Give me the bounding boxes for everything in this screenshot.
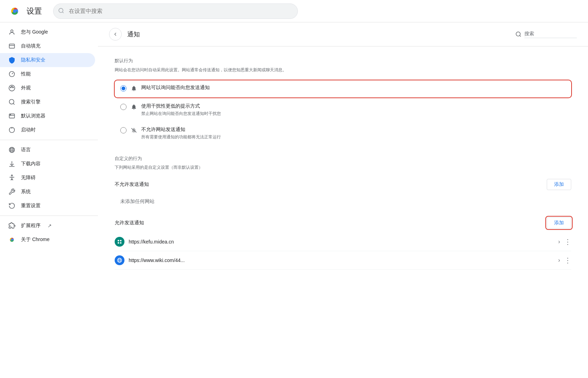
sidebar-label-downloads: 下载内容: [21, 161, 41, 167]
sidebar-label-system: 系统: [21, 189, 31, 195]
radio-quiet[interactable]: [120, 104, 127, 110]
sidebar-item-performance[interactable]: 性能: [0, 67, 95, 81]
search-container: [53, 3, 298, 19]
browser-icon: [8, 112, 15, 119]
bell-icon-quiet: [131, 104, 137, 112]
person-icon: [8, 29, 15, 36]
radio-ask[interactable]: [120, 85, 127, 92]
bell-muted-icon: [131, 127, 137, 135]
sidebar-item-search[interactable]: 搜索引擎: [0, 95, 95, 109]
search-icon: [58, 7, 64, 15]
svg-point-28: [11, 239, 13, 241]
sidebar-item-appearance[interactable]: 外观: [0, 81, 95, 95]
svg-point-29: [516, 32, 520, 36]
sidebar-item-google[interactable]: 您与 Google: [0, 25, 95, 39]
sidebar-item-default-browser[interactable]: 默认浏览器: [0, 109, 95, 123]
header-search-icon: [515, 31, 522, 37]
add-allow-button[interactable]: 添加: [547, 217, 571, 228]
puzzle-icon: [8, 222, 15, 229]
wrench-icon: [8, 188, 15, 195]
sidebar-item-autofill[interactable]: 自动填充: [0, 39, 95, 53]
sidebar-divider: [0, 140, 98, 140]
radio-option-block[interactable]: 不允许网站发送通知 所有需要使用通知的功能都将无法正常运行: [115, 122, 571, 144]
external-link-icon: ↗: [48, 223, 52, 228]
chevron-right-icon-2: ›: [558, 257, 560, 263]
sidebar-item-startup[interactable]: 启动时: [0, 123, 95, 137]
chrome-logo-icon: [8, 5, 21, 17]
sidebar-item-language[interactable]: 语言: [0, 143, 95, 157]
settings-title: 设置: [27, 6, 42, 16]
notifications-header: 通知 搜索: [98, 22, 588, 46]
custom-behavior-section: 自定义的行为 下列网站采用的是自定义设置（而非默认设置） 不允许发送通知 添加 …: [115, 155, 571, 270]
sidebar-item-about[interactable]: 关于 Chrome: [0, 233, 95, 247]
radio-ask-main: 网站可以询问能否向您发送通知: [141, 85, 210, 91]
svg-point-12: [13, 87, 14, 88]
sidebar-label-about: 关于 Chrome: [21, 237, 50, 243]
header-search-label[interactable]: 搜索: [524, 31, 577, 38]
sidebar-item-reset[interactable]: 重置设置: [0, 199, 95, 213]
svg-rect-32: [118, 240, 119, 241]
default-behavior-title: 默认行为: [115, 58, 571, 64]
page-title: 通知: [127, 30, 510, 38]
radio-option-ask[interactable]: 网站可以询问能否向您发送通知: [115, 80, 571, 97]
custom-section-title: 自定义的行为: [115, 155, 571, 162]
more-options-icon-2[interactable]: ⋮: [564, 256, 571, 264]
content-body: 默认行为 网站会在您访问时自动采用此设置。网站通常会传送通知，以便您知悉重大新闻…: [98, 46, 588, 281]
svg-point-10: [10, 87, 11, 88]
sidebar-label-default-browser: 默认浏览器: [21, 113, 45, 119]
sidebar-item-downloads[interactable]: 下载内容: [0, 157, 95, 171]
bell-icon-ask: [131, 85, 137, 93]
accessibility-icon: [8, 174, 15, 181]
svg-line-14: [13, 103, 15, 105]
sidebar-label-google: 您与 Google: [21, 29, 48, 35]
allow-header: 允许发送通知 添加: [115, 217, 571, 228]
shield-icon: [8, 57, 15, 64]
radio-quiet-text: 使用干扰性更低的提示方式 禁止网站在询问能否向您发送通知时干扰您: [141, 103, 221, 117]
sidebar-label-privacy: 隐私和安全: [21, 57, 45, 63]
allow-label: 允许发送通知: [115, 220, 144, 226]
default-behavior-desc: 网站会在您访问时自动采用此设置。网站通常会传送通知，以便您知悉重大新闻或聊天消息…: [115, 67, 571, 73]
block-header: 不允许发送通知 添加: [115, 179, 571, 190]
autofill-icon: [8, 43, 15, 50]
chevron-right-icon: ›: [558, 239, 560, 245]
allow-section: 允许发送通知 添加 https://kefu.midea.cn ›: [115, 217, 571, 270]
site-row-2: https://www.wiki.com/44... › ⋮: [115, 251, 571, 270]
sidebar-label-language: 语言: [21, 147, 31, 153]
history-icon: [8, 202, 15, 209]
svg-rect-6: [9, 44, 15, 48]
content-area: 通知 搜索 默认行为 网站会在您访问时自动采用此设置。网站通常会传送通知，以便您…: [98, 22, 588, 378]
sidebar-label-accessibility: 无障碍: [21, 175, 36, 181]
svg-line-30: [519, 35, 521, 36]
site-icon-wiki: [115, 255, 124, 265]
radio-block-main: 不允许网站发送通知: [141, 126, 221, 133]
sidebar-label-search: 搜索引擎: [21, 99, 41, 105]
more-options-icon[interactable]: ⋮: [564, 238, 571, 246]
sidebar-item-accessibility[interactable]: 无障碍: [0, 171, 95, 185]
svg-rect-35: [120, 242, 121, 244]
global-search-input[interactable]: [53, 3, 298, 19]
block-section: 不允许发送通知 添加 未添加任何网站: [115, 179, 571, 209]
site-url-wiki: https://www.wiki.com/44...: [129, 257, 554, 263]
speed-icon: [8, 71, 15, 78]
add-block-button[interactable]: 添加: [547, 179, 571, 190]
sidebar-item-extensions[interactable]: 扩展程序 ↗: [0, 219, 95, 233]
back-button[interactable]: [109, 28, 122, 41]
download-icon: [8, 160, 15, 167]
power-icon: [8, 126, 15, 133]
block-label: 不允许发送通知: [115, 181, 149, 188]
svg-rect-34: [118, 242, 119, 244]
svg-point-25: [11, 175, 12, 176]
svg-point-17: [10, 114, 11, 115]
sidebar: 您与 Google 自动填充 隐私和安全: [0, 22, 98, 378]
globe-icon: [8, 146, 15, 153]
radio-quiet-sub: 禁止网站在询问能否向您发送通知时干扰您: [141, 111, 221, 117]
svg-point-5: [11, 30, 13, 32]
radio-option-quiet[interactable]: 使用干扰性更低的提示方式 禁止网站在询问能否向您发送通知时干扰您: [115, 99, 571, 121]
sidebar-item-privacy[interactable]: 隐私和安全: [0, 53, 95, 67]
sidebar-label-autofill: 自动填充: [21, 43, 41, 49]
svg-point-13: [9, 100, 14, 104]
svg-point-21: [11, 147, 13, 153]
palette-icon: [8, 85, 15, 92]
sidebar-item-system[interactable]: 系统: [0, 185, 95, 199]
radio-block[interactable]: [120, 127, 127, 133]
